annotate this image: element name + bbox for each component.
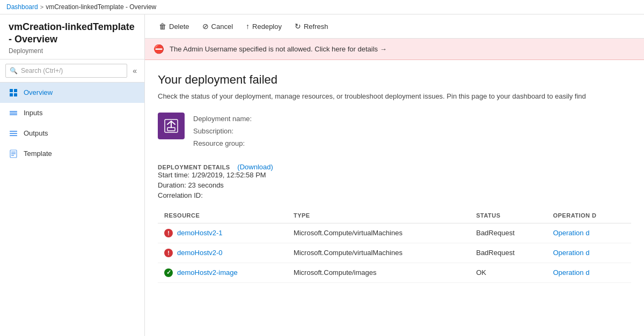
start-time-row: Start time: 1/29/2019, 12:52:58 PM bbox=[158, 171, 631, 179]
status-icon-1: ! bbox=[164, 249, 173, 257]
duration-row: Duration: 23 seconds bbox=[158, 181, 631, 189]
cancel-label: Cancel bbox=[211, 23, 233, 31]
svg-rect-13 bbox=[11, 155, 14, 156]
refresh-label: Refresh bbox=[304, 23, 328, 31]
svg-rect-9 bbox=[10, 135, 17, 136]
svg-rect-5 bbox=[10, 113, 17, 114]
nav-list: Overview Inputs bbox=[0, 83, 144, 336]
alert-error-icon: ⛔ bbox=[153, 44, 164, 54]
operation-link-2[interactable]: Operation d bbox=[553, 268, 589, 277]
svg-rect-11 bbox=[11, 152, 16, 153]
delete-button[interactable]: 🗑 Delete bbox=[153, 19, 195, 34]
operation-cell: Operation d bbox=[546, 243, 631, 263]
svg-rect-8 bbox=[10, 133, 17, 134]
table-row: ! demoHostv2-1 Microsoft.Compute/virtual… bbox=[158, 223, 631, 243]
svg-rect-2 bbox=[10, 93, 13, 96]
col-status: STATUS bbox=[470, 208, 546, 223]
redeploy-icon: ↑ bbox=[246, 22, 250, 31]
page-title: vmCreation-linkedTemplate - Overview bbox=[9, 21, 136, 46]
operation-link-0[interactable]: Operation d bbox=[553, 229, 589, 237]
status-icon-0: ! bbox=[164, 229, 173, 237]
template-icon bbox=[9, 149, 18, 159]
breadcrumb-current: vmCreation-linkedTemplate - Overview bbox=[46, 3, 156, 11]
download-link[interactable]: (Download) bbox=[237, 163, 273, 171]
breadcrumb-dashboard[interactable]: Dashboard bbox=[6, 3, 38, 11]
inputs-icon bbox=[9, 108, 18, 118]
duration-label: Duration: bbox=[158, 181, 186, 189]
refresh-button[interactable]: ↻ Refresh bbox=[289, 19, 334, 34]
search-input[interactable] bbox=[5, 64, 127, 78]
alert-message: The Admin Username specified is not allo… bbox=[170, 45, 387, 53]
deployment-details: Deployment name: Subscription: Resource … bbox=[193, 113, 252, 150]
cancel-icon: ⊘ bbox=[202, 22, 209, 31]
subscription-row: Subscription: bbox=[193, 125, 252, 137]
content-area: 🗑 Delete ⊘ Cancel ↑ Redeploy ↻ Refresh bbox=[145, 14, 644, 336]
correlation-row: Correlation ID: bbox=[158, 191, 631, 199]
search-container: 🔍 « bbox=[0, 59, 144, 83]
duration-value: 23 seconds bbox=[188, 181, 224, 189]
resource-table: RESOURCE TYPE STATUS OPERATION D ! demoH… bbox=[158, 208, 631, 283]
delete-label: Delete bbox=[169, 23, 189, 31]
redeploy-button[interactable]: ↑ Redeploy bbox=[240, 19, 287, 34]
status-icon-2: ✓ bbox=[164, 268, 173, 277]
sidebar-item-inputs-label: Inputs bbox=[24, 109, 42, 117]
sidebar-item-template[interactable]: Template bbox=[0, 144, 144, 164]
deployment-desc: Check the status of your deployment, man… bbox=[158, 91, 631, 102]
page-header: vmCreation-linkedTemplate - Overview Dep… bbox=[0, 14, 144, 59]
sidebar-item-template-label: Template bbox=[24, 150, 52, 158]
details-heading: DEPLOYMENT DETAILS bbox=[158, 164, 230, 170]
status-cell: BadRequest bbox=[470, 223, 546, 243]
collapse-button[interactable]: « bbox=[130, 65, 139, 76]
page-subtitle: Deployment bbox=[9, 47, 136, 55]
svg-rect-6 bbox=[10, 114, 17, 115]
start-time-label: Start time: bbox=[158, 171, 189, 179]
delete-icon: 🗑 bbox=[159, 22, 166, 31]
main-content: Your deployment failed Check the status … bbox=[145, 60, 644, 336]
search-icon: 🔍 bbox=[10, 67, 18, 74]
svg-rect-12 bbox=[11, 153, 16, 154]
breadcrumb: Dashboard > vmCreation-linkedTemplate - … bbox=[0, 0, 644, 14]
col-type: TYPE bbox=[287, 208, 470, 223]
sidebar-item-outputs-label: Outputs bbox=[24, 129, 48, 137]
resource-cell: ✓ demoHostv2-image bbox=[158, 263, 287, 282]
breadcrumb-sep1: > bbox=[40, 4, 43, 10]
refresh-icon: ↻ bbox=[295, 22, 301, 31]
resource-link-2[interactable]: demoHostv2-image bbox=[177, 268, 238, 277]
start-time-value: 1/29/2019, 12:52:58 PM bbox=[192, 171, 266, 179]
operation-cell: Operation d bbox=[546, 263, 631, 282]
deployment-icon bbox=[158, 113, 185, 139]
svg-rect-3 bbox=[14, 93, 17, 96]
toolbar: 🗑 Delete ⊘ Cancel ↑ Redeploy ↻ Refresh bbox=[145, 14, 644, 39]
type-cell: Microsoft.Compute/images bbox=[287, 263, 470, 282]
deployment-name-row: Deployment name: bbox=[193, 113, 252, 125]
deployment-failed-title: Your deployment failed bbox=[158, 73, 631, 87]
redeploy-label: Redeploy bbox=[252, 23, 282, 31]
col-resource: RESOURCE bbox=[158, 208, 287, 223]
svg-rect-0 bbox=[10, 89, 13, 92]
svg-rect-4 bbox=[10, 111, 17, 112]
deployment-info: Deployment name: Subscription: Resource … bbox=[158, 113, 631, 150]
resource-cell: ! demoHostv2-0 bbox=[158, 243, 287, 263]
cancel-button[interactable]: ⊘ Cancel bbox=[197, 19, 238, 34]
type-cell: Microsoft.Compute/virtualMachines bbox=[287, 223, 470, 243]
svg-rect-7 bbox=[10, 131, 17, 132]
sidebar-item-inputs[interactable]: Inputs bbox=[0, 103, 144, 123]
outputs-icon bbox=[9, 129, 18, 138]
sidebar-item-overview-label: Overview bbox=[24, 88, 53, 96]
operation-link-1[interactable]: Operation d bbox=[553, 249, 589, 257]
table-row: ! demoHostv2-0 Microsoft.Compute/virtual… bbox=[158, 243, 631, 263]
sidebar-item-outputs[interactable]: Outputs bbox=[0, 123, 144, 144]
operation-cell: Operation d bbox=[546, 223, 631, 243]
status-cell: BadRequest bbox=[470, 243, 546, 263]
table-row: ✓ demoHostv2-image Microsoft.Compute/ima… bbox=[158, 263, 631, 282]
type-cell: Microsoft.Compute/virtualMachines bbox=[287, 243, 470, 263]
details-section: DEPLOYMENT DETAILS (Download) Start time… bbox=[158, 163, 631, 199]
resource-link-1[interactable]: demoHostv2-0 bbox=[177, 249, 223, 257]
resource-group-row: Resource group: bbox=[193, 137, 252, 150]
alert-banner[interactable]: ⛔ The Admin Username specified is not al… bbox=[145, 39, 644, 60]
col-operation: OPERATION D bbox=[546, 208, 631, 223]
sidebar: vmCreation-linkedTemplate - Overview Dep… bbox=[0, 14, 145, 336]
resource-link-0[interactable]: demoHostv2-1 bbox=[177, 229, 223, 237]
resource-cell: ! demoHostv2-1 bbox=[158, 223, 287, 243]
sidebar-item-overview[interactable]: Overview bbox=[0, 83, 144, 103]
